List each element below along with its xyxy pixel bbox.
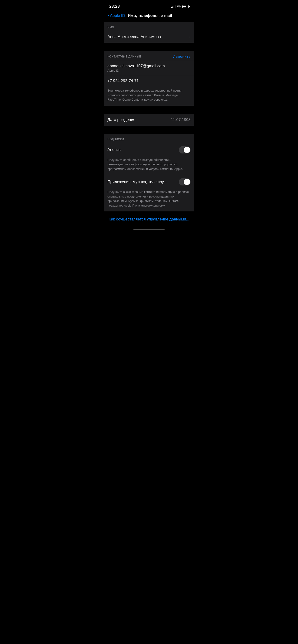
birthday-value: 11.07.1998 bbox=[171, 118, 191, 122]
name-section-label: ИМЯ bbox=[104, 22, 194, 31]
phone-value: +7 924 292-74-71 bbox=[107, 78, 139, 83]
apps-music-description-text: Получайте эксклюзивный контент, информац… bbox=[107, 190, 191, 208]
edit-button[interactable]: Изменить bbox=[173, 54, 191, 59]
name-row[interactable]: Анна Алексеевна Анисимова › bbox=[104, 31, 194, 43]
apps-music-toggle-knob bbox=[184, 179, 190, 185]
status-icons bbox=[171, 5, 189, 8]
status-bar: 23:28 bbox=[104, 0, 194, 12]
announcements-description-text: Получайте сообщения о выходе обновлений,… bbox=[107, 158, 191, 171]
section-spacer-2 bbox=[104, 106, 194, 114]
battery-icon bbox=[182, 5, 189, 8]
section-spacer-1 bbox=[104, 43, 194, 51]
contacts-section-header: КОНТАКТНЫЕ ДАННЫЕ Изменить bbox=[104, 51, 194, 61]
back-button[interactable]: ‹ Apple ID bbox=[107, 14, 125, 18]
announcements-label: Анонсы bbox=[107, 148, 179, 152]
data-management-link[interactable]: Как осуществляется управление данными... bbox=[109, 217, 189, 222]
birthday-label: Дата рождения bbox=[107, 118, 135, 122]
chevron-right-icon: › bbox=[189, 35, 191, 39]
announcements-row: Анонсы bbox=[104, 143, 194, 157]
back-chevron-icon: ‹ bbox=[107, 14, 109, 18]
bottom-link-container: Как осуществляется управление данными... bbox=[104, 212, 194, 225]
subscriptions-section-label: ПОДПИСКИ bbox=[104, 134, 194, 143]
email-row[interactable]: annaanisimova1107@gmail.com Apple ID bbox=[104, 61, 194, 75]
contacts-info-text: Эти номера телефонов и адреса электронно… bbox=[104, 86, 194, 106]
email-sublabel: Apple ID bbox=[107, 69, 191, 72]
apps-music-description: Получайте эксклюзивный контент, информац… bbox=[104, 189, 194, 212]
contacts-section-label: КОНТАКТНЫЕ ДАННЫЕ bbox=[107, 55, 141, 58]
page-title: Имя, телефоны, e-mail bbox=[128, 14, 172, 18]
announcements-description: Получайте сообщения о выходе обновлений,… bbox=[104, 157, 194, 175]
back-label: Apple ID bbox=[110, 14, 125, 18]
apps-music-toggle[interactable] bbox=[179, 178, 191, 186]
nav-header: ‹ Apple ID Имя, телефоны, e-mail bbox=[104, 12, 194, 22]
status-time: 23:28 bbox=[109, 4, 120, 9]
phone-row[interactable]: +7 924 292-74-71 bbox=[104, 75, 194, 86]
announcements-toggle[interactable] bbox=[179, 146, 191, 154]
home-bar bbox=[133, 229, 165, 230]
wifi-icon bbox=[177, 5, 181, 8]
email-value: annaanisimova1107@gmail.com bbox=[107, 64, 191, 68]
signal-icon bbox=[171, 5, 175, 8]
apps-music-label: Приложения, музыка, телешоу... bbox=[107, 180, 179, 184]
section-spacer-3 bbox=[104, 126, 194, 134]
full-name-text: Анна Алексеевна Анисимова bbox=[107, 34, 161, 39]
home-indicator bbox=[104, 225, 194, 232]
birthday-row[interactable]: Дата рождения 11.07.1998 bbox=[104, 114, 194, 126]
announcements-toggle-knob bbox=[184, 147, 190, 153]
apps-music-row: Приложения, музыка, телешоу... bbox=[104, 175, 194, 189]
contacts-info-paragraph: Эти номера телефонов и адреса электронно… bbox=[107, 88, 191, 102]
